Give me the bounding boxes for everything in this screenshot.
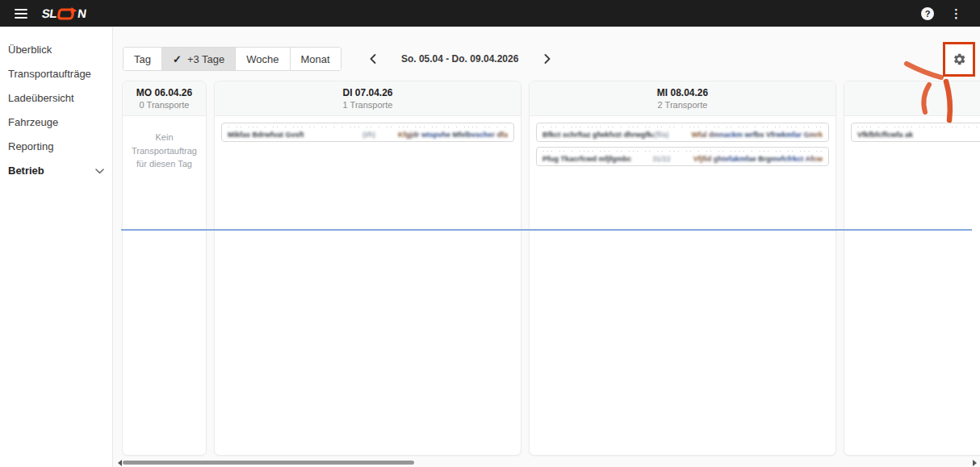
horizontal-scrollbar[interactable]	[113, 458, 980, 467]
day-column-body: · ·· ··· · ·· · ··· ·· ·· · · ··· ·· · ·…	[215, 116, 521, 455]
chevron-right-icon[interactable]	[537, 48, 558, 69]
transport-card[interactable]: ···· · · ····· ·· ···· ·· ·· · ·· ·· Vfk…	[851, 123, 980, 142]
transport-card-redacted-header: ··· ·· · ···· ··· ·· ··· ·· ·· ··· ·· · …	[542, 148, 823, 155]
transport-card[interactable]: · ·· ··· · ·· · ··· ·· ·· · · ··· ·· · ·…	[221, 123, 514, 142]
transport-card-redacted-name: Pfug Tkacrfcwd mfjfgmbc	[542, 155, 631, 163]
sidebar-item-label: Reporting	[8, 140, 53, 152]
sidebar-item-reporting[interactable]: Reporting	[0, 134, 112, 158]
transport-card[interactable]: · ·· · ··· ···· ·· · ··· ·· ·· ·· · ··· …	[536, 123, 829, 142]
transport-card-redacted-info: Kfgjdr wtspvhe Mfelbvscher dfa	[398, 131, 508, 139]
view-button-woche[interactable]: Woche	[236, 48, 290, 70]
date-navigation: So. 05.04 - Do. 09.04.2026	[362, 48, 558, 69]
day-title: MI 08.04.26	[657, 87, 708, 98]
topbar: SL N ? ⋮	[0, 0, 980, 27]
transport-card-redacted-info: Vfjfid ghtefakmfae Brgmvfcfrkct Afcw	[693, 155, 823, 163]
app-logo: SL N	[41, 6, 87, 20]
transport-card-redacted-name: Bfkct schrftaz gfwkfvzt dhrwgfkadt	[542, 131, 654, 139]
day-title: DI 07.04.26	[342, 87, 392, 98]
day-transport-count: 1 Transporte	[343, 100, 393, 110]
day-column-header: MI 08.04.26 2 Transporte	[530, 81, 836, 116]
sidebar-item-betrieb[interactable]: Betrieb	[0, 158, 112, 182]
day-column-header: MO 06.04.26 0 Transporte	[123, 81, 206, 116]
sidebar: Überblick Transportaufträge Ladeübersich…	[0, 27, 113, 467]
day-column-mo: MO 06.04.26 0 Transporte Kein Transporta…	[122, 81, 207, 456]
scrollbar-thumb[interactable]	[123, 461, 414, 465]
day-transport-count: 0 Transporte	[140, 100, 190, 110]
day-column-body: · ·· · ··· ···· ·· · ··· ·· ·· ·· · ··· …	[530, 116, 836, 455]
calendar-main: Tag ✓ +3 Tage Woche Monat So. 05.04 - Do…	[113, 27, 980, 467]
annotation-highlight-box	[943, 42, 975, 77]
day-column-mi: MI 08.04.26 2 Transporte · ·· · ··· ····…	[529, 81, 836, 456]
sidebar-item-ladeuebersicht[interactable]: Ladeübersicht	[0, 85, 112, 110]
sidebar-item-ueberblick[interactable]: Überblick	[0, 37, 112, 61]
day-column-body: Kein Transportauftrag für diesen Tag	[123, 116, 206, 455]
transport-card-redacted-detail: (fl/a)	[654, 131, 668, 139]
view-button-label: Monat	[301, 53, 330, 65]
scroll-left-icon[interactable]	[118, 460, 122, 466]
menu-icon[interactable]	[15, 9, 27, 19]
day-title: MO 06.04.26	[136, 87, 192, 98]
empty-day-message: Kein Transportauftrag für diesen Tag	[129, 123, 199, 171]
view-button-label: Woche	[246, 53, 279, 65]
transport-card-redacted-detail: (t/h)	[362, 131, 375, 139]
transport-card[interactable]: ··· ·· · ···· ··· ·· ··· ·· ·· ··· ·· · …	[536, 147, 829, 166]
transport-card-redacted-header: · ·· ··· · ·· · ··· ·· ·· · · ··· ·· · ·…	[228, 124, 508, 131]
logo-text-left: SL	[41, 6, 58, 20]
view-button-label: Tag	[134, 53, 151, 65]
date-range-label: So. 05.04 - Do. 09.04.2026	[383, 53, 537, 65]
view-button-monat[interactable]: Monat	[291, 48, 341, 70]
logo-truck-icon	[57, 7, 77, 20]
settings-gear-icon[interactable]	[953, 52, 966, 66]
chevron-left-icon[interactable]	[362, 48, 383, 69]
check-icon: ✓	[173, 53, 182, 65]
view-button-label: +3 Tage	[187, 53, 224, 65]
day-column-do: ···· · · ····· ·· ···· ·· ·· · ·· ·· Vfk…	[844, 81, 980, 456]
day-column-header: DI 07.04.26 1 Transporte	[215, 81, 521, 116]
day-column-body: ···· · · ····· ·· ···· ·· ·· · ·· ·· Vfk…	[844, 116, 980, 455]
sidebar-item-fahrzeuge[interactable]: Fahrzeuge	[0, 110, 112, 134]
sidebar-item-label: Ladeübersicht	[8, 92, 74, 104]
view-button-3tage[interactable]: ✓ +3 Tage	[162, 48, 236, 70]
sidebar-item-label: Fahrzeuge	[8, 116, 58, 128]
day-column-header	[844, 81, 980, 116]
sidebar-item-label: Betrieb	[8, 165, 44, 177]
sidebar-item-label: Transportaufträge	[8, 68, 91, 80]
chevron-down-icon	[95, 165, 104, 177]
view-button-tag[interactable]: Tag	[124, 48, 162, 70]
view-switcher: Tag ✓ +3 Tage Woche Monat	[123, 47, 341, 71]
transport-card-redacted-header: ···· · · ····· ·· ···· ·· ·· · ·· ··	[857, 124, 980, 131]
logo-text-right: N	[77, 6, 87, 20]
transport-card-redacted-info: Wfal dmnackm wrfbs Vfrwkmfar Gmrk	[691, 131, 823, 139]
current-time-indicator	[121, 229, 972, 231]
day-column-di: DI 07.04.26 1 Transporte · ·· ··· · ·· ·…	[214, 81, 521, 456]
scroll-right-icon[interactable]	[973, 460, 977, 466]
transport-card-redacted-detail: 31/22	[652, 155, 671, 163]
more-options-icon[interactable]: ⋮	[950, 7, 962, 19]
day-transport-count: 2 Transporte	[658, 100, 708, 110]
transport-card-redacted-name: Vfkfbfcffcwfa ak	[857, 131, 913, 139]
transport-card-redacted-name: Mikfas Bdrwfvat Gvsft	[228, 131, 304, 139]
calendar-columns: MO 06.04.26 0 Transporte Kein Transporta…	[122, 81, 980, 456]
sidebar-item-transportauftraege[interactable]: Transportaufträge	[0, 61, 112, 85]
transport-card-redacted-header: · ·· · ··· ···· ·· · ··· ·· ·· ·· · ··· …	[542, 124, 823, 131]
sidebar-item-label: Überblick	[8, 44, 52, 56]
help-icon[interactable]: ?	[921, 7, 934, 20]
calendar-toolbar: Tag ✓ +3 Tage Woche Monat So. 05.04 - Do…	[123, 47, 558, 71]
